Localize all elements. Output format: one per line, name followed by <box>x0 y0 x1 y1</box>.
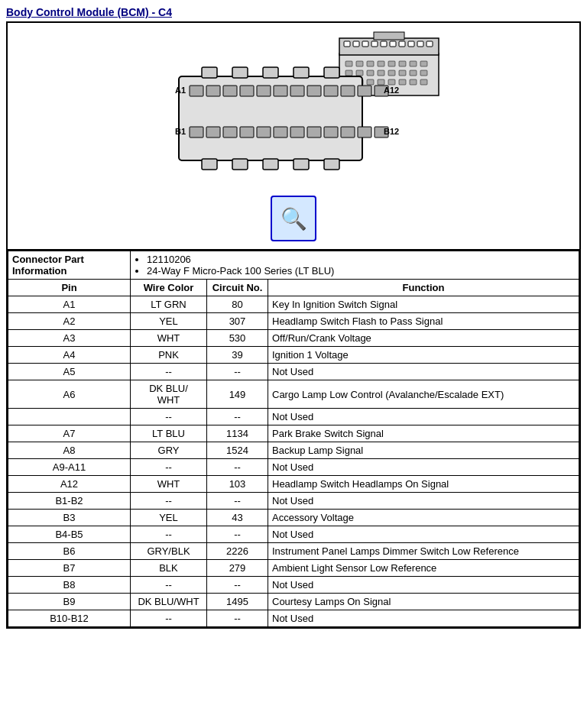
cell-function: Not Used <box>268 610 579 627</box>
svg-rect-35 <box>420 79 427 85</box>
svg-rect-31 <box>378 79 384 85</box>
cell-circuit-no: -- <box>207 610 268 627</box>
connector-diagram-svg: A1 A12 B1 B12 <box>133 31 454 183</box>
cell-function: Not Used <box>268 409 579 425</box>
connector-info-label: Connector Part Information <box>8 251 131 280</box>
cell-function: Accessory Voltage <box>268 510 579 526</box>
cell-wire-color: -- <box>131 577 207 594</box>
connector-description: 24-Way F Micro-Pack 100 Series (LT BLU) <box>147 265 575 277</box>
svg-rect-62 <box>223 127 237 138</box>
header-wire-color: Wire Color <box>131 280 207 296</box>
table-row: -- -- Not Used <box>8 409 579 425</box>
svg-rect-44 <box>232 159 248 170</box>
svg-text:A12: A12 <box>384 86 399 95</box>
cell-circuit-no: 1134 <box>207 425 268 442</box>
svg-rect-65 <box>274 127 287 138</box>
table-row: A12 WHT 103 Headlamp Switch Headlamps On… <box>8 476 579 493</box>
cell-pin: A1 <box>8 296 131 313</box>
table-row: A8 GRY 1524 Backup Lamp Signal <box>8 442 579 459</box>
svg-rect-26 <box>410 70 417 76</box>
svg-rect-30 <box>367 79 374 85</box>
cell-wire-color: -- <box>131 409 207 425</box>
table-header-row: Pin Wire Color Circuit No. Function <box>8 280 579 296</box>
cell-pin: B1-B2 <box>8 493 131 510</box>
magnify-button[interactable]: 🔍 <box>271 196 316 241</box>
svg-rect-41 <box>294 67 309 78</box>
cell-wire-color: BLK <box>131 560 207 577</box>
svg-rect-47 <box>324 159 339 170</box>
cell-wire-color: LT BLU <box>131 425 207 442</box>
svg-rect-70 <box>358 127 371 138</box>
cell-function: Not Used <box>268 526 579 543</box>
cell-pin: B7 <box>8 560 131 577</box>
cell-pin: B8 <box>8 577 131 594</box>
connector-table: Connector Part Information 12110206 24-W… <box>8 251 579 627</box>
svg-rect-69 <box>341 127 355 138</box>
cell-pin: B10-B12 <box>8 610 131 627</box>
cell-circuit-no: -- <box>207 526 268 543</box>
cell-circuit-no: 43 <box>207 510 268 526</box>
cell-function: Headlamp Switch Headlamps On Signal <box>268 476 579 493</box>
connector-details: 12110206 24-Way F Micro-Pack 100 Series … <box>131 251 579 280</box>
cell-function: Headlamp Switch Flash to Pass Signal <box>268 313 579 330</box>
cell-wire-color: WHT <box>131 476 207 493</box>
svg-rect-8 <box>399 41 405 47</box>
svg-rect-45 <box>263 159 278 170</box>
cell-circuit-no: 530 <box>207 330 268 347</box>
svg-text:A1: A1 <box>175 86 186 95</box>
svg-rect-4 <box>362 41 368 47</box>
cell-circuit-no: 307 <box>207 313 268 330</box>
cell-circuit-no: 1524 <box>207 442 268 459</box>
cell-pin: A8 <box>8 442 131 459</box>
svg-rect-55 <box>307 86 321 96</box>
table-row: A4 PNK 39 Ignition 1 Voltage <box>8 347 579 364</box>
table-row: B1-B2 -- -- Not Used <box>8 493 579 510</box>
svg-rect-51 <box>240 86 254 96</box>
cell-pin: B6 <box>8 543 131 560</box>
svg-rect-5 <box>371 41 378 47</box>
cell-circuit-no: -- <box>207 577 268 594</box>
svg-rect-68 <box>324 127 338 138</box>
svg-rect-17 <box>399 61 406 66</box>
part-number: 12110206 <box>147 254 575 265</box>
table-row: A1 LT GRN 80 Key In Ignition Switch Sign… <box>8 296 579 313</box>
cell-pin <box>8 409 131 425</box>
cell-wire-color: GRY <box>131 442 207 459</box>
table-row: A7 LT BLU 1134 Park Brake Switch Signal <box>8 425 579 442</box>
svg-text:B12: B12 <box>384 127 399 136</box>
svg-rect-14 <box>367 61 374 66</box>
header-pin: Pin <box>8 280 131 296</box>
svg-rect-27 <box>420 70 427 76</box>
magnify-icon: 🔍 <box>281 206 307 231</box>
cell-wire-color: YEL <box>131 510 207 526</box>
cell-pin: B3 <box>8 510 131 526</box>
cell-circuit-no: 103 <box>207 476 268 493</box>
cell-pin: A5 <box>8 364 131 380</box>
svg-rect-40 <box>263 67 278 78</box>
table-row: B7 BLK 279 Ambient Light Sensor Low Refe… <box>8 560 579 577</box>
cell-function: Cargo Lamp Low Control (Avalanche/Escala… <box>268 380 579 409</box>
svg-rect-12 <box>345 61 352 66</box>
cell-circuit-no: -- <box>207 409 268 425</box>
cell-function: Not Used <box>268 493 579 510</box>
svg-rect-9 <box>408 41 414 47</box>
cell-function: Courtesy Lamps On Signal <box>268 594 579 610</box>
cell-function: Ignition 1 Voltage <box>268 347 579 364</box>
diagram-area: A1 A12 B1 B12 🔍 <box>8 23 579 251</box>
page-title: Body Control Module (BCM) - C4 <box>6 6 581 18</box>
svg-rect-32 <box>388 79 395 85</box>
cell-circuit-no: 1495 <box>207 594 268 610</box>
cell-wire-color: YEL <box>131 313 207 330</box>
cell-function: Not Used <box>268 459 579 476</box>
cell-pin: A12 <box>8 476 131 493</box>
svg-rect-52 <box>257 86 271 96</box>
table-row: B9 DK BLU/WHT 1495 Courtesy Lamps On Sig… <box>8 594 579 610</box>
svg-rect-67 <box>307 127 321 138</box>
svg-rect-53 <box>274 86 287 96</box>
svg-rect-34 <box>410 79 417 85</box>
cell-circuit-no: 279 <box>207 560 268 577</box>
cell-pin: A7 <box>8 425 131 442</box>
cell-pin: A6 <box>8 380 131 409</box>
svg-rect-54 <box>290 86 304 96</box>
svg-rect-50 <box>223 86 237 96</box>
